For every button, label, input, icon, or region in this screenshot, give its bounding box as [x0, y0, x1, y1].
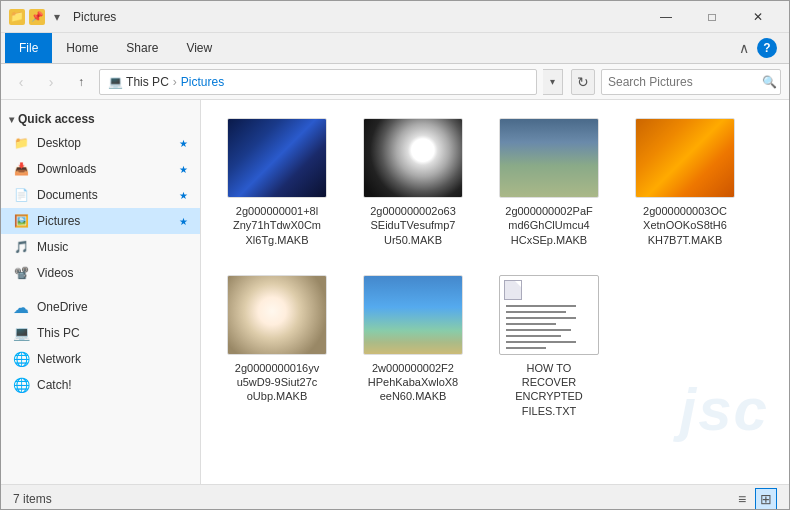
path-segment-pictures: Pictures: [181, 75, 224, 89]
sidebar-item-desktop[interactable]: 📁 Desktop ★: [1, 130, 200, 156]
sidebar-label-downloads: Downloads: [37, 162, 171, 176]
file-name: 2w000000002F2HPehKabaXwloX8eeN60.MAKB: [368, 361, 459, 404]
file-thumbnail: [227, 118, 327, 198]
path-separator: ›: [173, 75, 177, 89]
file-thumbnail: [499, 118, 599, 198]
cloud-icon: ☁: [13, 299, 29, 315]
forward-button[interactable]: ›: [39, 70, 63, 94]
music-icon: 🎵: [13, 239, 29, 255]
file-thumbnail: [499, 275, 599, 355]
file-item[interactable]: 2g0000000016yvu5wD9-9Siut27coUbp.MAKB: [217, 269, 337, 424]
file-item[interactable]: 2w000000002F2HPehKabaXwloX8eeN60.MAKB: [353, 269, 473, 424]
item-count: 7 items: [13, 492, 52, 506]
pc-icon: 💻: [13, 325, 29, 341]
file-name: HOW TORECOVERENCRYPTEDFILES.TXT: [515, 361, 583, 418]
file-name: 2g0000000016yvu5wD9-9Siut27coUbp.MAKB: [235, 361, 319, 404]
address-path[interactable]: 💻 This PC › Pictures: [99, 69, 537, 95]
file-name: 2g000000002o63SEiduTVesufmp7Ur50.MAKB: [370, 204, 456, 247]
tab-home[interactable]: Home: [52, 33, 112, 63]
sidebar-item-documents[interactable]: 📄 Documents ★: [1, 182, 200, 208]
pin-icon-documents: ★: [179, 190, 188, 201]
file-item[interactable]: HOW TORECOVERENCRYPTEDFILES.TXT: [489, 269, 609, 424]
window-controls: — □ ✕: [643, 1, 781, 33]
expand-arrow-icon: ▾: [9, 114, 14, 125]
help-button[interactable]: ?: [757, 38, 777, 58]
address-bar: ‹ › ↑ 💻 This PC › Pictures ▾ ↻ 🔍: [1, 64, 789, 100]
folder-icon: 📄: [13, 187, 29, 203]
minimize-button[interactable]: —: [643, 1, 689, 33]
file-name: 2g000000001+8lZny71hTdwX0CmXl6Tg.MAKB: [233, 204, 321, 247]
title-bar-icons: 📁 📌 ▾: [9, 9, 65, 25]
arrow-icon: ▾: [49, 9, 65, 25]
tab-share[interactable]: Share: [112, 33, 172, 63]
sidebar-item-onedrive[interactable]: ☁ OneDrive: [1, 294, 200, 320]
file-area: jsc 2g000000001+8lZny71hTdwX0CmXl6Tg.MAK…: [201, 100, 789, 484]
folder-icon: 📁: [13, 135, 29, 151]
file-item[interactable]: 2g000000003OCXetnOOKoS8tH6KH7B7T.MAKB: [625, 112, 745, 253]
sidebar-item-network[interactable]: 🌐 Network: [1, 346, 200, 372]
tab-file[interactable]: File: [5, 33, 52, 63]
sidebar-item-videos[interactable]: 📽️ Videos: [1, 260, 200, 286]
pin-icon-desktop: ★: [179, 138, 188, 149]
window-title: Pictures: [73, 10, 643, 24]
file-thumbnail: [635, 118, 735, 198]
pin-icon: 📌: [29, 9, 45, 25]
sidebar-label-catch: Catch!: [37, 378, 188, 392]
view-controls: ≡ ⊞: [731, 488, 777, 510]
list-view-button[interactable]: ≡: [731, 488, 753, 510]
file-name: 2g000000002PaFmd6GhClUmcu4HCxSEp.MAKB: [505, 204, 592, 247]
sidebar-label-documents: Documents: [37, 188, 171, 202]
up-button[interactable]: ↑: [69, 70, 93, 94]
ribbon-right: ∧ ?: [739, 38, 785, 58]
file-item[interactable]: 2g000000001+8lZny71hTdwX0CmXl6Tg.MAKB: [217, 112, 337, 253]
sidebar-label-desktop: Desktop: [37, 136, 171, 150]
folder-icon: 🖼️: [13, 213, 29, 229]
status-bar: 7 items ≡ ⊞: [1, 484, 789, 510]
catch-icon: 🌐: [13, 377, 29, 393]
sidebar-item-music[interactable]: 🎵 Music: [1, 234, 200, 260]
title-bar: 📁 📌 ▾ Pictures — □ ✕: [1, 1, 789, 33]
sidebar-item-catch[interactable]: 🌐 Catch!: [1, 372, 200, 398]
folder-icon: 📁: [9, 9, 25, 25]
sidebar-item-downloads[interactable]: 📥 Downloads ★: [1, 156, 200, 182]
pin-icon-pictures: ★: [179, 216, 188, 227]
sidebar-item-thispc[interactable]: 💻 This PC: [1, 320, 200, 346]
search-box[interactable]: 🔍: [601, 69, 781, 95]
close-button[interactable]: ✕: [735, 1, 781, 33]
sidebar: ▾ Quick access 📁 Desktop ★ 📥 Downloads ★…: [1, 100, 201, 484]
address-dropdown-button[interactable]: ▾: [543, 69, 563, 95]
path-segment-pc: 💻 This PC: [108, 75, 169, 89]
maximize-button[interactable]: □: [689, 1, 735, 33]
back-button[interactable]: ‹: [9, 70, 33, 94]
file-grid: 2g000000001+8lZny71hTdwX0CmXl6Tg.MAKB 2g…: [217, 112, 773, 424]
file-thumbnail: [363, 275, 463, 355]
file-item[interactable]: 2g000000002o63SEiduTVesufmp7Ur50.MAKB: [353, 112, 473, 253]
video-icon: 📽️: [13, 265, 29, 281]
network-icon: 🌐: [13, 351, 29, 367]
sidebar-label-pictures: Pictures: [37, 214, 171, 228]
sidebar-item-pictures[interactable]: 🖼️ Pictures ★: [1, 208, 200, 234]
folder-download-icon: 📥: [13, 161, 29, 177]
sidebar-label-videos: Videos: [37, 266, 188, 280]
quick-access-label: Quick access: [18, 112, 95, 126]
tab-view[interactable]: View: [172, 33, 226, 63]
ribbon-collapse-button[interactable]: ∧: [739, 40, 749, 56]
refresh-button[interactable]: ↻: [571, 69, 595, 95]
file-name: 2g000000003OCXetnOOKoS8tH6KH7B7T.MAKB: [643, 204, 727, 247]
file-thumbnail: [363, 118, 463, 198]
search-icon: 🔍: [762, 75, 777, 89]
pin-icon-downloads: ★: [179, 164, 188, 175]
sidebar-label-thispc: This PC: [37, 326, 188, 340]
main-layout: ▾ Quick access 📁 Desktop ★ 📥 Downloads ★…: [1, 100, 789, 484]
sidebar-label-music: Music: [37, 240, 188, 254]
search-input[interactable]: [608, 75, 758, 89]
sidebar-label-onedrive: OneDrive: [37, 300, 188, 314]
ribbon: File Home Share View ∧ ?: [1, 33, 789, 64]
ribbon-tabs: File Home Share View ∧ ?: [1, 33, 789, 63]
sidebar-label-network: Network: [37, 352, 188, 366]
file-thumbnail: [227, 275, 327, 355]
file-item[interactable]: 2g000000002PaFmd6GhClUmcu4HCxSEp.MAKB: [489, 112, 609, 253]
quick-access-header[interactable]: ▾ Quick access: [1, 108, 200, 130]
grid-view-button[interactable]: ⊞: [755, 488, 777, 510]
